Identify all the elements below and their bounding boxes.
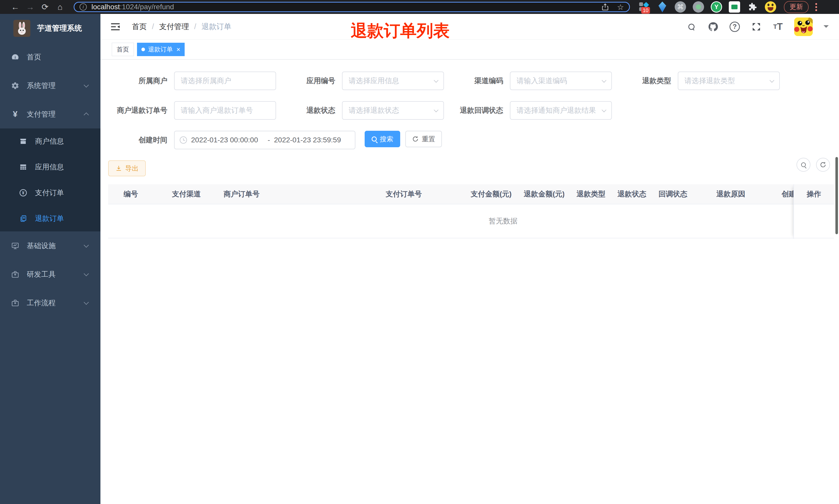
- fullscreen-icon[interactable]: [751, 21, 762, 32]
- col-header-refund-reason: 退款原因: [704, 189, 769, 199]
- extensions-row: 10 ⌘ Y: [639, 1, 776, 13]
- extension-chat-icon[interactable]: [729, 1, 740, 13]
- refund-type-select: [678, 72, 780, 90]
- extension-recorder-icon[interactable]: [693, 1, 704, 13]
- browser-home-button[interactable]: ⌂: [53, 2, 68, 12]
- col-header-notify-status: 回调状态: [646, 189, 704, 199]
- reset-button[interactable]: 重置: [405, 131, 442, 147]
- sidebar-item-merchant-info[interactable]: 商户信息: [0, 128, 101, 154]
- browser-update-button[interactable]: 更新: [784, 1, 809, 13]
- avatar-caret-icon[interactable]: [824, 25, 829, 30]
- app-logo-link[interactable]: 芋道管理系统: [0, 14, 101, 43]
- chevron-up-icon: [84, 112, 89, 118]
- filter-label-refund-status: 退款状态: [276, 106, 342, 115]
- col-header-id: 编号: [108, 189, 160, 199]
- create-time-range-picker[interactable]: 2022-01-23 00:00:00 - 2022-01-23 23:59:5…: [174, 131, 355, 149]
- navbar: 首页 / 支付管理 / 退款订单 ? TT: [101, 14, 839, 40]
- tab-home[interactable]: 首页: [112, 43, 134, 56]
- extension-y-icon[interactable]: Y: [711, 1, 722, 13]
- grid-icon: [19, 163, 27, 171]
- bookmark-star-icon[interactable]: ☆: [617, 3, 624, 12]
- close-icon[interactable]: ×: [176, 46, 180, 53]
- sidebar-item-dev-tools[interactable]: 研发工具: [0, 260, 101, 289]
- refund-status-select: [342, 101, 444, 120]
- sidebar-item-label: 退款订单: [35, 214, 64, 223]
- site-info-icon[interactable]: i: [79, 3, 87, 11]
- sidebar-item-refund-order[interactable]: 退款订单: [0, 206, 101, 231]
- sidebar-item-label: 支付管理: [27, 109, 56, 119]
- page-content: 所属商户 应用编号 渠道编码: [101, 60, 839, 504]
- header-search-icon[interactable]: [686, 21, 697, 32]
- browser-chrome: ← → ⟳ ⌂ i localhost:1024/pay/refund ☆ 10…: [0, 0, 839, 14]
- refund-type-select-field[interactable]: [678, 72, 779, 90]
- sidebar-collapse-icon[interactable]: [110, 22, 121, 31]
- url-text: localhost:1024/pay/refund: [91, 3, 174, 11]
- sidebar-item-label: 首页: [27, 52, 41, 62]
- notify-status-select-field[interactable]: [511, 102, 611, 119]
- filter-label-create-time: 创建时间: [108, 135, 174, 145]
- help-icon[interactable]: ?: [729, 21, 740, 32]
- show-search-button[interactable]: [797, 158, 810, 172]
- github-icon[interactable]: [708, 21, 718, 32]
- merchant-input: [174, 72, 276, 90]
- col-header-refund-type: 退款类型: [564, 189, 605, 199]
- sidebar-item-pay-order[interactable]: ¥ 支付订单: [0, 180, 101, 206]
- filter-label-merchant-refund-no: 商户退款订单号: [108, 106, 174, 115]
- extensions-puzzle-icon[interactable]: [747, 1, 758, 13]
- filter-label-notify-status: 退款回调状态: [444, 106, 510, 115]
- refresh-table-button[interactable]: [816, 158, 830, 172]
- extension-emoji-icon[interactable]: [765, 1, 776, 13]
- filter-label-merchant: 所属商户: [108, 76, 174, 86]
- tags-view: 首页 退款订单 ×: [101, 40, 839, 60]
- col-header-pay-order-no: 支付订单号: [373, 189, 458, 199]
- sidebar-item-pay[interactable]: ¥ 支付管理: [0, 100, 101, 128]
- chevron-down-icon: [84, 300, 89, 305]
- sidebar-item-workflow[interactable]: 工作流程: [0, 289, 101, 317]
- browser-menu-icon[interactable]: [815, 3, 817, 11]
- extension-command-icon[interactable]: ⌘: [675, 1, 686, 13]
- search-button[interactable]: 搜索: [365, 131, 400, 147]
- col-header-channel: 支付渠道: [160, 189, 211, 199]
- refund-status-select-field[interactable]: [342, 102, 444, 119]
- sidebar-item-system[interactable]: 系统管理: [0, 71, 101, 100]
- extension-pinned-icon[interactable]: 10: [639, 1, 650, 13]
- app-select-field[interactable]: [342, 72, 444, 90]
- sidebar-item-app-info[interactable]: 应用信息: [0, 154, 101, 180]
- browser-forward-button[interactable]: →: [23, 2, 38, 12]
- sidebar-item-infra[interactable]: 基础设施: [0, 231, 101, 260]
- address-bar[interactable]: i localhost:1024/pay/refund ☆: [74, 2, 630, 12]
- merchant-refund-no-field[interactable]: [175, 102, 275, 119]
- extension-kite-icon[interactable]: [659, 2, 666, 12]
- sidebar-item-label: 基础设施: [27, 241, 56, 251]
- refresh-icon: [412, 136, 419, 142]
- breadcrumb-pay[interactable]: 支付管理: [159, 22, 189, 32]
- breadcrumb-current: 退款订单: [201, 22, 231, 32]
- browser-back-button[interactable]: ←: [8, 2, 23, 12]
- chevron-down-icon: [84, 242, 89, 248]
- breadcrumb-home[interactable]: 首页: [132, 22, 147, 32]
- merchant-input-field[interactable]: [175, 72, 275, 90]
- date-start-value: 2022-01-23 00:00:00: [191, 136, 264, 144]
- filter-label-refund-type: 退款类型: [612, 76, 678, 86]
- breadcrumb: 首页 / 支付管理 / 退款订单: [132, 22, 231, 32]
- avatar[interactable]: [794, 18, 813, 36]
- tab-refund-order[interactable]: 退款订单 ×: [137, 43, 185, 56]
- channel-select-field[interactable]: [511, 72, 611, 90]
- yen-circle-icon: ¥: [19, 189, 27, 197]
- sidebar-item-home[interactable]: 首页: [0, 43, 101, 71]
- table-scroll-area[interactable]: 编号 支付渠道 商户订单号 支付订单号 支付金额(元) 退款金额(元) 退款类型…: [108, 184, 793, 238]
- refund-table: 编号 支付渠道 商户订单号 支付订单号 支付金额(元) 退款金额(元) 退款类型…: [108, 184, 834, 238]
- page-scrollbar[interactable]: [835, 157, 838, 234]
- col-header-pay-amount: 支付金额(元): [458, 189, 512, 199]
- export-button[interactable]: 导出: [108, 160, 146, 176]
- share-icon[interactable]: [601, 3, 609, 11]
- pay-submenu: 商户信息 应用信息 ¥ 支付订单 退款订单: [0, 128, 101, 231]
- col-header-action: 操作: [794, 184, 834, 204]
- date-separator: -: [264, 136, 274, 144]
- date-end-value: 2022-01-23 23:59:59: [274, 136, 346, 144]
- font-size-icon[interactable]: TT: [772, 21, 783, 32]
- browser-reload-button[interactable]: ⟳: [38, 2, 53, 12]
- sidebar-item-label: 商户信息: [35, 137, 64, 146]
- filter-row-2: 商户退款订单号 退款状态 退款回调状态: [108, 101, 839, 120]
- gear-icon: [11, 82, 20, 90]
